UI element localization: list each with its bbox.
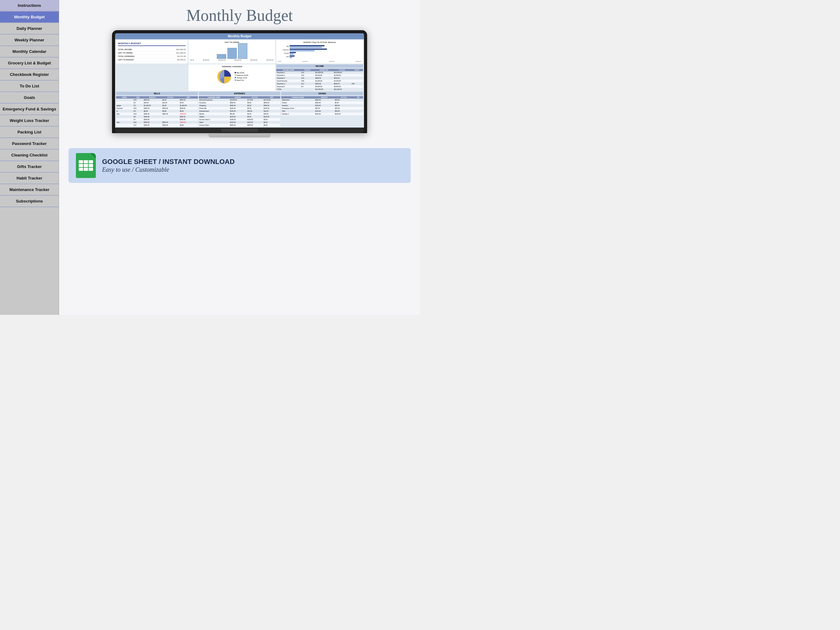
actual-bar: [290, 50, 314, 51]
table-cell: $500.00: [333, 82, 351, 85]
sidebar-item-instructions[interactable]: Instructions: [0, 0, 59, 11]
sidebar-item-monthly-budget[interactable]: Monthly Budget: [0, 11, 59, 23]
table-cell: $393.00: [263, 104, 280, 107]
table-header-cell: BUDGET: [229, 96, 247, 99]
table-cell: [351, 71, 363, 74]
sheets-cell: [88, 160, 93, 163]
table-cell: $145.00: [263, 107, 280, 110]
sidebar-item-maintenance-tracker[interactable]: Maintenance Tracker: [0, 184, 59, 196]
table-header-cell: DIFF: [179, 96, 198, 99]
table-cell: [354, 101, 363, 104]
table-header-cell: EXPENSE NAME: [199, 96, 230, 99]
left-to-spend-title: LEFT TO SPEND: [190, 41, 274, 43]
table-row: Water$125.00$125.00$0.00: [199, 121, 281, 124]
chart-label-1: $0.00: [190, 59, 194, 61]
sidebar-item-checkbook-register[interactable]: Checkbook Register: [0, 69, 59, 81]
bottom-banner: GOOGLE SHEET / INSTANT DOWNLOAD Easy to …: [68, 148, 411, 183]
table-cell: Paycheck 2: [276, 74, 300, 77]
budget-row: LEFT TO SPEND$11,648.01: [118, 51, 186, 55]
table-cell: lx: [116, 110, 133, 113]
laptop-base-inner: [221, 129, 258, 132]
table-row: 2/1$25.00$22.00$3.00: [116, 101, 198, 104]
sidebar-item-goals[interactable]: Goals: [0, 92, 59, 104]
table-cell: 1/25: [133, 99, 143, 101]
bar-chart-category-row: Bills: [278, 45, 361, 48]
table-cell: [162, 115, 179, 118]
table-row: 1/17$300.00$300.00$0.00: [116, 124, 198, 126]
table-cell: [351, 77, 363, 80]
table-cell: $25.00: [334, 107, 354, 110]
savings-table-header: SAVING: [281, 92, 363, 95]
legend-savings: Savings 16.3%: [237, 77, 247, 79]
table-cell: $9.99: [143, 110, 162, 113]
budget-rows: TOTAL INCOME$16,300.00LEFT TO SPEND$11,6…: [118, 48, 186, 62]
sidebar-item-cleaning-checklist[interactable]: Cleaning Checklist: [0, 150, 59, 161]
table-cell: $150.00: [247, 118, 263, 121]
sidebar-item-weekly-planner[interactable]: Weekly Planner: [0, 35, 59, 46]
left-to-spend-chart: LEFT TO SPEND $0.00 $5,000.00 $10,000.: [188, 40, 275, 63]
table-cell: $3,000.00: [229, 99, 247, 101]
table-row: Movies$50.00$5.00$45.00: [199, 113, 281, 115]
legend-bills: Bills 28.8%: [237, 72, 245, 74]
chart-label-5: $20,000.00: [251, 59, 257, 61]
sidebar-item-packing-list[interactable]: Packing List: [0, 126, 59, 138]
table-cell: 2/1: [133, 101, 143, 104]
sidebar-item-habit-tracker[interactable]: Habit Tracker: [0, 173, 59, 184]
savings-panel: SAVING SAVINGS NAMEBUDGETACTUALDIFRetire…: [281, 92, 363, 126]
chart-label-3: $10,000.00: [218, 59, 226, 61]
sidebar-item-todo-list[interactable]: To Do List: [0, 81, 59, 92]
sheets-cell: [79, 168, 83, 171]
sidebar-item-weight-loss[interactable]: Weight Loss Tracker: [0, 115, 59, 126]
table-cell: 1/30: [300, 80, 315, 82]
actual-bar: [290, 54, 294, 55]
table-cell: 1/26: [351, 82, 363, 85]
table-row: Grocery Store$800.00$800.00$0.00: [199, 124, 281, 126]
table-row: Phone Bill$150.00$5.00$145.00: [199, 107, 281, 110]
legend-debt: Debt 8.1%: [237, 79, 244, 81]
table-cell: $3,000.00: [333, 85, 351, 88]
sidebar-item-monthly-calendar[interactable]: Monthly Calendar: [0, 46, 59, 58]
table-cell: 2/7: [133, 118, 143, 121]
sidebar-item-subscriptions[interactable]: Subscriptions: [0, 196, 59, 207]
table-cell: $400.00: [229, 104, 247, 107]
pie-legend: Bills 28.8% Expenses 46.8% Savings 16.3%…: [235, 72, 249, 82]
budget-label: LEFT TO BUDGET: [118, 59, 134, 61]
table-cell: $50.00: [334, 99, 354, 101]
table-cell: [116, 124, 133, 126]
table-cell: $300.00: [314, 99, 334, 101]
table-row: lx2/4$9.99$9.99$0.00: [116, 110, 198, 113]
actual-bar: [290, 47, 322, 48]
table-cell: $0.00: [263, 124, 280, 126]
table-header-cell: DUE: [133, 96, 143, 99]
table-row: 1/25$300.00$5.00$295.00: [116, 99, 198, 101]
sidebar-item-gifts-tracker[interactable]: Gifts Tracker: [0, 161, 59, 173]
table-header-cell: NAME: [116, 96, 133, 99]
table-cell: $50.00: [334, 110, 354, 113]
table-cell: $50.00: [334, 104, 354, 107]
sidebar-item-daily-planner[interactable]: Daily Planner: [0, 23, 59, 35]
bc-label-2: $1,000.00: [302, 61, 308, 62]
table-header-cell: ACTUAL: [247, 96, 263, 99]
table-cell: [116, 115, 133, 118]
table-cell: $0.00: [263, 121, 280, 124]
table-row: Paycheck 21/13$1,000.00$1,300.00: [276, 74, 363, 77]
table-cell: $0.00: [162, 104, 179, 107]
table-header-cell: ACTUAL: [333, 69, 351, 71]
table-cell: $300.00: [179, 115, 198, 118]
table-cell: pgage: [116, 104, 133, 107]
table-cell: $100.00: [334, 113, 354, 115]
table-cell: $0.00: [263, 118, 280, 121]
table-row: Payment2/16$300.00$300.00$495.00: [116, 107, 198, 110]
table-cell: $100.00: [314, 104, 334, 107]
budget-row: TOTAL INCOME$16,300.00: [118, 48, 186, 51]
table-cell: $22.00: [162, 101, 179, 104]
sidebar-item-emergency-fund[interactable]: Emergency Fund & Savings: [0, 104, 59, 115]
main-content: Monthly Budget Monthly Budget MONTHLY BU…: [59, 0, 420, 315]
bar-2: [227, 48, 237, 59]
table-row: 2/7$200.00$200.00: [116, 118, 198, 121]
table-cell: $1,000.00: [314, 80, 333, 82]
sidebar-item-password-tracker[interactable]: Password Tracker: [0, 138, 59, 150]
sidebar-item-grocery-list[interactable]: Grocery List & Budget: [0, 58, 59, 69]
table-row: Savings 2$100.00$100.00: [281, 113, 363, 115]
table-row: Groceries$850.00$5.00$845.00: [199, 101, 281, 104]
